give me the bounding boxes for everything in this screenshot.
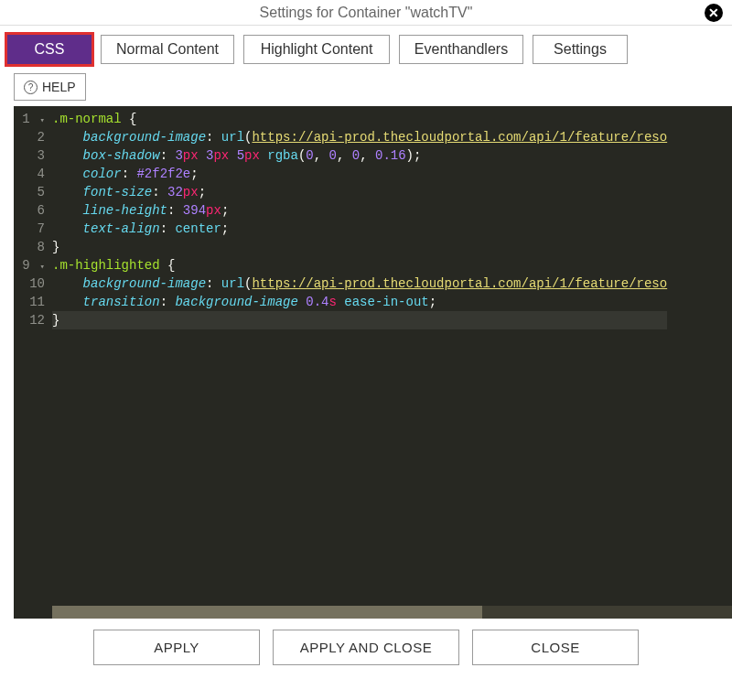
tab-normal-content[interactable]: Normal Content [101,35,234,64]
dialog-title: Settings for Container "watchTV" [260,5,473,21]
tab-settings[interactable]: Settings [533,35,628,64]
close-icon[interactable]: ✕ [705,4,723,22]
line-number: 8 [14,238,45,256]
scrollbar-thumb[interactable] [52,606,482,619]
line-number: 4 [14,165,45,183]
dialog-header: Settings for Container "watchTV" ✕ [0,0,732,26]
line-number: 12 [14,311,45,329]
tab-css[interactable]: CSS [7,35,92,64]
code-line[interactable]: } [52,238,667,256]
code-line[interactable]: color: #2f2f2e; [52,165,667,183]
tab-highlight-content[interactable]: Highlight Content [243,35,390,64]
line-number: 9 ▾ [14,256,45,275]
line-number: 10 [14,275,45,293]
line-number: 3 [14,146,45,165]
apply-button[interactable]: APPLY [93,630,260,665]
line-number: 2 [14,128,45,146]
code-line[interactable]: font-size: 32px; [52,183,667,201]
close-button[interactable]: CLOSE [472,630,639,665]
help-row: ? HELP [0,71,732,106]
help-icon: ? [24,81,38,94]
code-editor[interactable]: 1 ▾23456789 ▾101112 .m-normal { backgrou… [14,106,732,619]
apply-and-close-button[interactable]: APPLY AND CLOSE [273,630,459,665]
code-line[interactable]: transition: background-image 0.4s ease-i… [52,293,667,311]
line-number: 11 [14,293,45,311]
code-line[interactable]: .m-normal { [52,110,667,128]
line-number: 5 [14,183,45,201]
help-label: HELP [42,80,76,94]
help-button[interactable]: ? HELP [14,73,86,101]
line-number: 7 [14,220,45,238]
editor-code[interactable]: .m-normal { background-image: url(https:… [52,110,667,329]
code-line[interactable]: line-height: 394px; [52,201,667,220]
line-number: 1 ▾ [14,110,45,128]
code-line[interactable]: box-shadow: 3px 3px 5px rgba(0, 0, 0, 0.… [52,146,667,165]
editor-gutter: 1 ▾23456789 ▾101112 [14,106,52,619]
code-line[interactable]: text-align: center; [52,220,667,238]
tab-eventhandlers[interactable]: Eventhandlers [399,35,523,64]
dialog-footer: APPLY APPLY AND CLOSE CLOSE [0,619,732,676]
horizontal-scrollbar[interactable] [52,606,732,619]
code-line[interactable]: .m-highlighted { [52,256,667,275]
line-number: 6 [14,201,45,220]
code-line[interactable]: background-image: url(https://api-prod.t… [52,275,667,293]
code-line[interactable]: } [52,311,667,329]
tab-bar: CSS Normal Content Highlight Content Eve… [0,26,732,71]
code-line[interactable]: background-image: url(https://api-prod.t… [52,128,667,146]
